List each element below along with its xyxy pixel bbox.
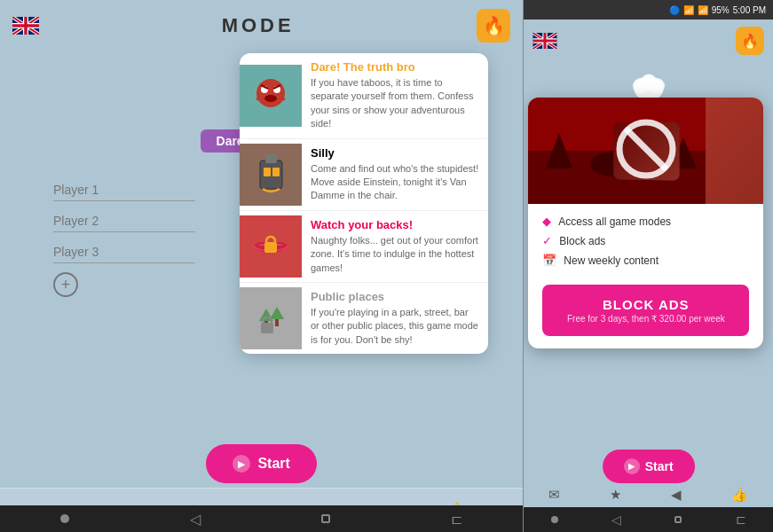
- ad-overlay-card: ◆ Access all game modes ✓ Block ads 📅 Ne…: [528, 98, 763, 348]
- mode-text-silly: Silly Come and find out who's the stupid…: [302, 139, 488, 210]
- right-android-back[interactable]: ◁: [611, 512, 621, 527]
- svg-marker-22: [270, 307, 284, 319]
- right-panel: 🔵 📶 📶 95% 5:00 PM 🔥 Dare Dare: [524, 0, 773, 532]
- mode-item-dare[interactable]: Dare! The truth bro If you have taboos, …: [240, 53, 488, 139]
- mode-text-dare: Dare! The truth bro If you have taboos, …: [302, 53, 488, 138]
- right-star-icon[interactable]: ★: [610, 487, 621, 503]
- block-ads-button[interactable]: BLOCK ADS Free for 3 days, then ₹ 320.00…: [542, 285, 749, 336]
- calendar-icon: 📅: [542, 254, 556, 267]
- mode-item-watch[interactable]: Watch your backs! Naughty folks... get o…: [240, 211, 488, 283]
- right-android-square[interactable]: [674, 516, 682, 523]
- right-start-button[interactable]: ▶ Start: [603, 450, 695, 483]
- svg-point-29: [641, 74, 657, 90]
- svg-rect-18: [272, 168, 280, 176]
- svg-rect-16: [265, 154, 277, 163]
- start-button[interactable]: ▶ Start: [206, 444, 316, 483]
- right-bottom-nav: ✉ ★ ◀ 👍: [524, 482, 773, 507]
- time-display: 5:00 PM: [733, 5, 766, 15]
- mode-thumb-silly: [240, 144, 302, 206]
- ad-features: ◆ Access all game modes ✓ Block ads 📅 Ne…: [528, 204, 763, 278]
- feature-row-2: ✓ Block ads: [542, 234, 749, 247]
- android-back-left[interactable]: ◁: [190, 511, 201, 528]
- feature-row-1: ◆ Access all game modes: [542, 215, 749, 228]
- signal-icon: 📶: [698, 5, 708, 15]
- mode-thumb-watch: [240, 215, 302, 278]
- svg-point-7: [256, 79, 285, 107]
- uk-flag-icon: [12, 17, 39, 35]
- add-player-button[interactable]: +: [53, 272, 78, 297]
- mode-desc-dare: If you have taboos, it is time to separa…: [311, 76, 479, 131]
- feature-text-2: Block ads: [559, 235, 605, 247]
- mode-thumb-public: [240, 287, 302, 349]
- mode-text-watch: Watch your backs! Naughty folks... get o…: [302, 211, 488, 282]
- start-label: Start: [257, 456, 289, 472]
- check-icon: ✓: [542, 234, 552, 247]
- right-top-bar: 🔥: [524, 20, 773, 62]
- players-section: +: [53, 179, 231, 297]
- mode-name-dare: Dare! The truth bro: [311, 60, 479, 74]
- mode-desc-watch: Naughty folks... get out of your comfort…: [311, 234, 479, 275]
- right-flag-icon: [532, 33, 557, 49]
- mode-name-watch: Watch your backs!: [311, 218, 479, 231]
- play-icon: ▶: [233, 455, 250, 473]
- battery-percent: 95%: [712, 5, 730, 15]
- right-fire-button[interactable]: 🔥: [736, 27, 764, 55]
- feature-text-1: Access all game modes: [558, 215, 671, 228]
- svg-rect-23: [275, 319, 279, 326]
- ad-image-area: [528, 98, 763, 204]
- no-ads-symbol: [615, 118, 677, 180]
- right-start-label: Start: [645, 459, 674, 473]
- android-recent-left[interactable]: ⊏: [451, 511, 462, 528]
- right-android-dot: [551, 516, 558, 523]
- feature-row-3: 📅 New weekly content: [542, 254, 749, 267]
- bluetooth-icon: 🔵: [669, 5, 680, 15]
- svg-line-36: [626, 129, 667, 169]
- fire-button[interactable]: 🔥: [477, 9, 510, 43]
- modes-panel: Dare! The truth bro If you have taboos, …: [240, 53, 488, 354]
- block-ads-subtitle: Free for 3 days, then ₹ 320.00 per week: [555, 314, 737, 324]
- block-ads-title: BLOCK ADS: [555, 297, 737, 312]
- right-mail-icon[interactable]: ✉: [548, 487, 560, 503]
- svg-rect-24: [261, 323, 273, 333]
- mode-item-silly[interactable]: Silly Come and find out who's the stupid…: [240, 139, 488, 211]
- mode-title: MODE: [222, 14, 295, 37]
- mode-text-public: Public places If you're playing in a par…: [302, 283, 488, 354]
- right-android-nav: ◁ ⊏: [524, 507, 773, 532]
- android-dot-left: [60, 514, 69, 523]
- top-bar: MODE 🔥: [0, 0, 523, 51]
- android-home-left[interactable]: [321, 514, 330, 523]
- mode-item-public[interactable]: Public places If you're playing in a par…: [240, 283, 488, 354]
- mode-desc-public: If you're playing in a park, street, bar…: [311, 306, 479, 347]
- android-nav-left: ◁ ⊏: [0, 505, 523, 532]
- mode-desc-silly: Come and find out who's the stupidest! M…: [311, 162, 479, 203]
- right-share-icon[interactable]: ◀: [671, 487, 682, 503]
- feature-text-3: New weekly content: [564, 254, 659, 267]
- svg-point-10: [264, 95, 277, 102]
- mode-name-silly: Silly: [311, 146, 479, 160]
- svg-rect-17: [264, 168, 271, 176]
- right-android-recent[interactable]: ⊏: [736, 512, 746, 527]
- player-2-input[interactable]: [53, 210, 195, 232]
- left-panel: MODE 🔥 Dare Dare +: [0, 0, 523, 532]
- right-play-icon: ▶: [624, 458, 640, 474]
- right-like-icon[interactable]: 👍: [731, 487, 748, 503]
- mode-thumb-dare: [240, 65, 302, 127]
- player-1-input[interactable]: [53, 179, 195, 201]
- player-3-input[interactable]: [53, 241, 195, 263]
- battery-icon: 📶: [683, 5, 694, 15]
- diamond-icon: ◆: [542, 215, 551, 228]
- svg-rect-19: [264, 242, 277, 253]
- mode-name-public: Public places: [311, 290, 479, 303]
- status-bar: 🔵 📶 📶 95% 5:00 PM: [524, 0, 773, 20]
